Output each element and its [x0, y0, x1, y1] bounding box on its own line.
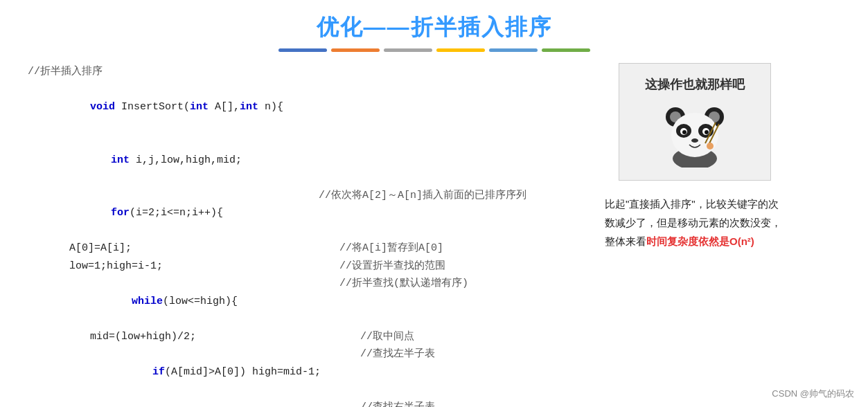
- code-line8-cond: (A[mid]>A[0]) high=mid-1;: [165, 366, 321, 378]
- color-bar-item-6: [542, 48, 590, 52]
- footer: CSDN @帅气的码农: [772, 388, 854, 400]
- code-line5-comment: //设置折半查找的范围: [339, 257, 445, 275]
- main-title: 优化——折半插入排序: [0, 12, 868, 43]
- code-line2-vars: i,j,low,high,mid;: [130, 154, 242, 166]
- code-line1: void InsertSort(int A[],int n){: [28, 81, 291, 134]
- code-line-8: if(A[mid]>A[0]) high=mid-1; //查找左半子表: [28, 345, 591, 399]
- title-section: 优化——折半插入排序: [0, 0, 868, 43]
- code-line3-comment: //依次将A[2]～A[n]插入前面的已排序序列: [319, 187, 526, 205]
- code-line1-rest: InsertSort(: [115, 101, 190, 113]
- color-bar-item-4: [436, 48, 485, 52]
- panda-svg: [660, 98, 729, 168]
- svg-point-12: [691, 138, 698, 143]
- code-line-3: for(i=2;i<=n;i++){ //依次将A[2]～A[n]插入前面的已排…: [28, 187, 591, 240]
- code-line-5: low=1;high=i-1; //设置折半查找的范围: [28, 257, 591, 275]
- code-section: //折半插入排序 void InsertSort(int A[],int n){…: [28, 63, 591, 407]
- kw-int-decl: int: [111, 154, 130, 166]
- code-line9-comment: //查找右半子表: [360, 399, 435, 408]
- code-line-6: while(low<=high){ //折半查找(默认递增有序): [28, 275, 591, 328]
- code-line5-text: low=1;high=i-1;: [69, 257, 333, 275]
- comparison-line3-pre: 整体来看: [605, 235, 646, 247]
- code-line2: int i,j,low,high,mid;: [48, 134, 312, 187]
- meme-caption: 这操作也就那样吧: [645, 76, 745, 93]
- comment-top: //折半插入排序: [28, 63, 291, 81]
- kw-for-1: for: [111, 207, 130, 219]
- code-line1-n: n){: [258, 101, 283, 113]
- code-line7-comment: //取中间点: [360, 328, 414, 346]
- kw-if: if: [152, 366, 165, 378]
- kw-int-1: int: [190, 101, 209, 113]
- meme-box: 这操作也就那样吧: [619, 63, 771, 181]
- code-line-9: else low=mid+1; //查找右半子表: [28, 399, 591, 408]
- comparison-line2: 数减少了，但是移动元素的次数没变，: [605, 213, 781, 232]
- code-line-comment-top: //折半插入排序: [28, 63, 591, 81]
- code-line-1: void InsertSort(int A[],int n){: [28, 81, 591, 134]
- code-line3-text: for(i=2;i<=n;i++){: [48, 187, 312, 240]
- code-line6-text: while(low<=high){: [69, 275, 333, 328]
- svg-point-10: [682, 130, 687, 134]
- kw-while: while: [132, 296, 163, 307]
- code-line4-text: A[0]=A[i];: [69, 239, 333, 257]
- code-line7-text: mid=(low+high)/2;: [90, 328, 353, 346]
- page-container: 优化——折半插入排序 //折半插入排序 void InsertSort(int …: [0, 0, 868, 407]
- code-line1-arr: A[],: [209, 101, 240, 113]
- code-line8-text: if(A[mid]>A[0]) high=mid-1;: [90, 345, 353, 399]
- color-bar-item-2: [331, 48, 380, 52]
- content-area: //折半插入排序 void InsertSort(int A[],int n){…: [0, 63, 868, 407]
- svg-point-15: [707, 143, 714, 150]
- code-line3-cond: (i=2;i<=n;i++){: [130, 207, 223, 219]
- right-section: 这操作也就那样吧: [605, 63, 840, 407]
- comparison-line1: 比起"直接插入排序"，比较关键字的次: [605, 195, 781, 213]
- comparison-text: 比起"直接插入排序"，比较关键字的次 数减少了，但是移动元素的次数没变， 整体来…: [605, 195, 781, 251]
- code-line8-comment: //查找左半子表: [360, 345, 435, 363]
- code-line-2: int i,j,low,high,mid;: [28, 134, 591, 187]
- color-bar: [0, 48, 868, 52]
- code-line9-text: else low=mid+1;: [90, 399, 353, 408]
- color-bar-item-3: [384, 48, 432, 52]
- code-line-4: A[0]=A[i]; //将A[i]暂存到A[0]: [28, 239, 591, 257]
- svg-point-11: [705, 130, 709, 134]
- kw-int-2: int: [240, 101, 258, 113]
- kw-void: void: [90, 101, 115, 113]
- comparison-highlight: 时间复杂度依然是O(n²): [646, 235, 754, 247]
- comparison-line3: 整体来看时间复杂度依然是O(n²): [605, 232, 781, 251]
- color-bar-item-1: [278, 48, 327, 52]
- code-line-7: mid=(low+high)/2; //取中间点: [28, 328, 591, 346]
- color-bar-item-5: [489, 48, 538, 52]
- code-line6-comment: //折半查找(默认递增有序): [339, 275, 468, 293]
- code-line4-comment: //将A[i]暂存到A[0]: [339, 239, 443, 257]
- code-line6-cond: (low<=high){: [163, 296, 238, 307]
